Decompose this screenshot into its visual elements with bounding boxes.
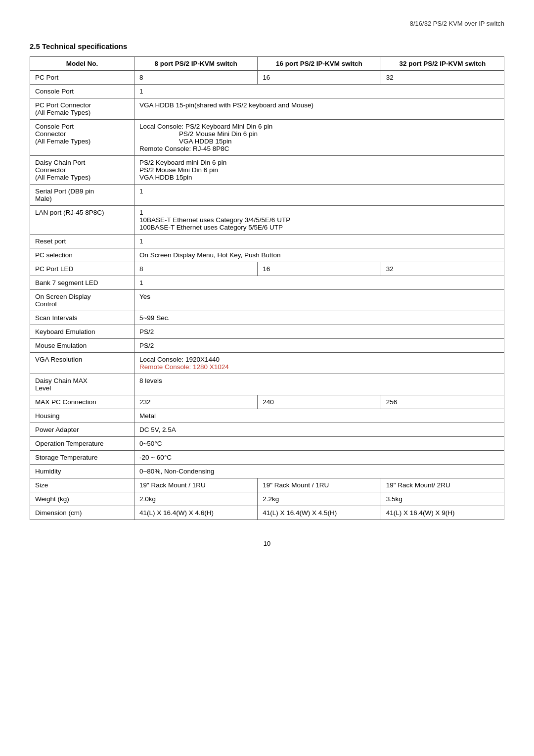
table-row: VGA ResolutionLocal Console: 1920X1440Re…: [30, 353, 504, 374]
cell-data-span: 8 levels: [134, 374, 504, 395]
cell-col32: 32: [381, 71, 504, 85]
page-number: 10: [30, 540, 504, 547]
cell-data-span: DC 5V, 2.5A: [134, 423, 504, 437]
cell-feature: Housing: [30, 409, 134, 423]
cell-data-span: 1: [134, 276, 504, 290]
table-row: Humidity0~80%, Non-Condensing: [30, 465, 504, 478]
cell-col16: 240: [258, 395, 381, 409]
cell-data-span: 110BASE-T Ethernet uses Category 3/4/5/5…: [134, 206, 504, 235]
table-row: MAX PC Connection232240256: [30, 395, 504, 409]
cell-data-span: Local Console: 1920X1440Remote Console: …: [134, 353, 504, 374]
cell-data-span: On Screen Display Menu, Hot Key, Push Bu…: [134, 248, 504, 262]
cell-feature: Daisy Chain MAXLevel: [30, 374, 134, 395]
cell-feature: Keyboard Emulation: [30, 325, 134, 339]
cell-feature: Console PortConnector(All Female Types): [30, 120, 134, 156]
cell-feature: Bank 7 segment LED: [30, 276, 134, 290]
col-header-16port: 16 port PS/2 IP-KVM switch: [258, 57, 381, 71]
cell-col8: 41(L) X 16.4(W) X 4.6(H): [134, 506, 257, 520]
page-header: 8/16/32 PS/2 KVM over IP switch: [30, 20, 504, 27]
cell-col16: 16: [258, 71, 381, 85]
table-row: Reset port1: [30, 235, 504, 248]
cell-data-span: PS/2 Keyboard mini Din 6 pinPS/2 Mouse M…: [134, 156, 504, 185]
cell-data-span: 1: [134, 85, 504, 98]
table-row: PC Port Connector(All Female Types)VGA H…: [30, 98, 504, 120]
cell-col16: 19" Rack Mount / 1RU: [258, 478, 381, 492]
cell-feature: Storage Temperature: [30, 451, 134, 465]
table-row: LAN port (RJ-45 8P8C)110BASE-T Ethernet …: [30, 206, 504, 235]
table-row: Scan Intervals5~99 Sec.: [30, 311, 504, 325]
cell-data-span: VGA HDDB 15-pin(shared with PS/2 keyboar…: [134, 98, 504, 120]
cell-col32: 19" Rack Mount/ 2RU: [381, 478, 504, 492]
table-row: Keyboard EmulationPS/2: [30, 325, 504, 339]
cell-feature: MAX PC Connection: [30, 395, 134, 409]
cell-col8: 2.0kg: [134, 492, 257, 506]
cell-feature: Dimension (cm): [30, 506, 134, 520]
table-row: HousingMetal: [30, 409, 504, 423]
table-row: Console Port1: [30, 85, 504, 98]
cell-col16: 2.2kg: [258, 492, 381, 506]
table-row: PC selectionOn Screen Display Menu, Hot …: [30, 248, 504, 262]
cell-data-span: 5~99 Sec.: [134, 311, 504, 325]
table-row: Storage Temperature-20 ~ 60°C: [30, 451, 504, 465]
table-row: Dimension (cm)41(L) X 16.4(W) X 4.6(H)41…: [30, 506, 504, 520]
table-header-row: Model No. 8 port PS/2 IP-KVM switch 16 p…: [30, 57, 504, 71]
table-row: Bank 7 segment LED1: [30, 276, 504, 290]
cell-col16: 16: [258, 262, 381, 276]
table-row: PC Port81632: [30, 71, 504, 85]
cell-data-span: 1: [134, 185, 504, 206]
cell-data-span: 0~80%, Non-Condensing: [134, 465, 504, 478]
cell-col8: 232: [134, 395, 257, 409]
header-text: 8/16/32 PS/2 KVM over IP switch: [410, 20, 504, 27]
table-row: PC Port LED81632: [30, 262, 504, 276]
cell-feature: On Screen DisplayControl: [30, 290, 134, 311]
table-row: Weight (kg)2.0kg2.2kg3.5kg: [30, 492, 504, 506]
col-header-8port: 8 port PS/2 IP-KVM switch: [134, 57, 257, 71]
section-title: 2.5 Technical specifications: [30, 42, 504, 50]
table-row: Daisy Chain MAXLevel8 levels: [30, 374, 504, 395]
cell-col32: 3.5kg: [381, 492, 504, 506]
specs-table: Model No. 8 port PS/2 IP-KVM switch 16 p…: [30, 56, 504, 520]
cell-feature: Serial Port (DB9 pinMale): [30, 185, 134, 206]
cell-feature: Console Port: [30, 85, 134, 98]
cell-feature: Power Adapter: [30, 423, 134, 437]
cell-feature: Weight (kg): [30, 492, 134, 506]
cell-data-span: Yes: [134, 290, 504, 311]
cell-feature: Reset port: [30, 235, 134, 248]
cell-feature: Scan Intervals: [30, 311, 134, 325]
remote-console-link: Remote Console: 1280 X1024: [139, 363, 229, 371]
cell-feature: Mouse Emulation: [30, 339, 134, 353]
cell-feature: Size: [30, 478, 134, 492]
cell-data-span: -20 ~ 60°C: [134, 451, 504, 465]
cell-col32: 41(L) X 16.4(W) X 9(H): [381, 506, 504, 520]
table-row: Power AdapterDC 5V, 2.5A: [30, 423, 504, 437]
cell-feature: VGA Resolution: [30, 353, 134, 374]
cell-data-span: 0~50°C: [134, 437, 504, 451]
cell-feature: Humidity: [30, 465, 134, 478]
cell-data-span: PS/2: [134, 325, 504, 339]
table-row: Serial Port (DB9 pinMale)1: [30, 185, 504, 206]
cell-col32: 256: [381, 395, 504, 409]
cell-feature: PC selection: [30, 248, 134, 262]
cell-feature: PC Port: [30, 71, 134, 85]
table-row: On Screen DisplayControlYes: [30, 290, 504, 311]
cell-col32: 32: [381, 262, 504, 276]
cell-feature: PC Port Connector(All Female Types): [30, 98, 134, 120]
cell-data-span: Metal: [134, 409, 504, 423]
col-header-32port: 32 port PS/2 IP-KVM switch: [381, 57, 504, 71]
cell-feature: Operation Temperature: [30, 437, 134, 451]
cell-col16: 41(L) X 16.4(W) X 4.5(H): [258, 506, 381, 520]
cell-data-span: PS/2: [134, 339, 504, 353]
cell-feature: PC Port LED: [30, 262, 134, 276]
table-row: Daisy Chain PortConnector(All Female Typ…: [30, 156, 504, 185]
cell-data-span: Local Console: PS/2 Keyboard Mini Din 6 …: [134, 120, 504, 156]
cell-data-span: 1: [134, 235, 504, 248]
table-row: Size19" Rack Mount / 1RU19" Rack Mount /…: [30, 478, 504, 492]
cell-col8: 8: [134, 262, 257, 276]
cell-feature: LAN port (RJ-45 8P8C): [30, 206, 134, 235]
cell-col8: 8: [134, 71, 257, 85]
table-row: Operation Temperature0~50°C: [30, 437, 504, 451]
col-header-feature: Model No.: [30, 57, 134, 71]
cell-col8: 19" Rack Mount / 1RU: [134, 478, 257, 492]
table-row: Mouse EmulationPS/2: [30, 339, 504, 353]
table-row: Console PortConnector(All Female Types)L…: [30, 120, 504, 156]
